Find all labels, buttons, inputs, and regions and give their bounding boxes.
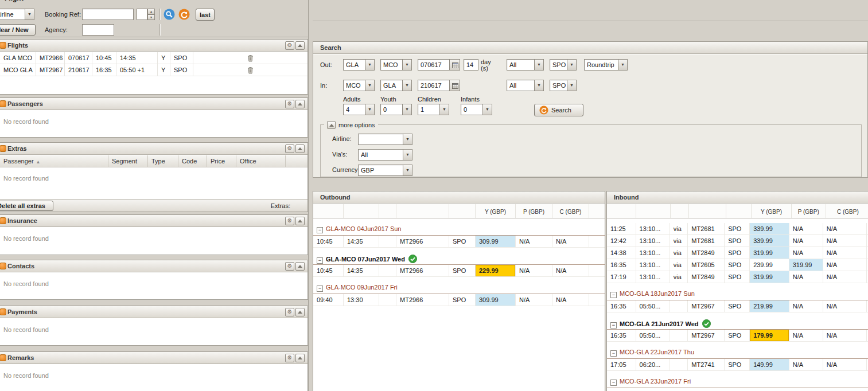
- currency-combo[interactable]: GBP ▼: [358, 165, 412, 176]
- in-origin-combo[interactable]: MCO ▼: [343, 80, 375, 91]
- extras-column-header-cell[interactable]: Office: [236, 155, 286, 167]
- result-row[interactable]: 11:2513:10...viaMT2681SPO339.99N/AN/A: [607, 223, 868, 235]
- fare-cell[interactable]: N/A: [516, 236, 552, 247]
- chevron-down-icon[interactable]: ▼: [403, 150, 412, 160]
- last-booking-button[interactable]: last: [196, 9, 215, 21]
- chevron-down-icon[interactable]: ▼: [402, 60, 411, 70]
- fare-cell[interactable]: 239.99: [750, 259, 789, 271]
- search-button[interactable]: Search: [534, 104, 583, 116]
- collapse-box-icon[interactable]: −: [317, 286, 323, 292]
- chevron-down-icon[interactable]: ▼: [618, 60, 627, 70]
- in-date-calendar-button[interactable]: [450, 80, 460, 91]
- collapse-box-icon[interactable]: −: [317, 227, 323, 233]
- panel-settings-button[interactable]: ⚙: [285, 354, 294, 362]
- fare-cell[interactable]: 319.99: [789, 259, 823, 271]
- collapse-box-icon[interactable]: −: [610, 380, 617, 386]
- out-filter-combo[interactable]: All ▼: [507, 59, 544, 71]
- airline-combo[interactable]: ▼: [358, 134, 412, 145]
- group-header[interactable]: −GLA-MCO 04Jun2017 Sun: [313, 223, 605, 236]
- result-row[interactable]: 16:3505:50...MT2967SPO179.99N/AN/A: [607, 330, 868, 342]
- group-header[interactable]: −MCO-GLA 18Jun2017 Sun: [607, 288, 868, 300]
- extras-column-header-cell[interactable]: Passenger▲: [0, 155, 108, 167]
- vias-combo[interactable]: All ▼: [358, 149, 412, 161]
- youth-combo[interactable]: 0 ▼: [380, 104, 412, 115]
- fare-cell[interactable]: 149.99: [750, 359, 789, 370]
- fare-cell[interactable]: 309.99: [476, 294, 516, 306]
- fare-cell[interactable]: 319.99: [750, 271, 789, 283]
- out-origin-combo[interactable]: GLA ▼: [343, 59, 375, 71]
- infants-combo[interactable]: 0 ▼: [461, 104, 492, 115]
- out-date-calendar-button[interactable]: [450, 59, 460, 71]
- stepper-down-button[interactable]: ▼: [147, 14, 155, 20]
- fare-cell[interactable]: N/A: [823, 247, 867, 259]
- adults-combo[interactable]: 4 ▼: [343, 104, 375, 115]
- fare-cell[interactable]: N/A: [823, 271, 867, 283]
- fare-cell[interactable]: N/A: [789, 247, 823, 259]
- fare-cell[interactable]: N/A: [823, 359, 867, 370]
- delete-flight-button[interactable]: [193, 64, 308, 76]
- find-booking-button[interactable]: [164, 9, 175, 20]
- fare-cell[interactable]: 339.99: [750, 223, 789, 234]
- out-destination-combo[interactable]: MCO ▼: [380, 59, 412, 71]
- fare-cell[interactable]: 219.99: [750, 300, 789, 312]
- extras-column-header-cell[interactable]: Segment: [108, 155, 148, 167]
- fare-cell[interactable]: N/A: [823, 330, 867, 341]
- agency-input[interactable]: [82, 24, 114, 36]
- fare-cell[interactable]: N/A: [552, 265, 589, 276]
- result-row[interactable]: 10:4514:35MT2966SPO309.99N/AN/A: [313, 236, 605, 248]
- extras-column-header-cell[interactable]: Price: [207, 155, 236, 167]
- ref-number-stepper[interactable]: ▲ ▼: [137, 9, 155, 20]
- chevron-down-icon[interactable]: ▼: [402, 80, 411, 91]
- result-row[interactable]: 17:0506:20...MT2741SPO149.99N/AN/A: [607, 359, 868, 371]
- panel-collapse-button[interactable]: [295, 262, 305, 271]
- chevron-down-icon[interactable]: ▼: [365, 60, 374, 70]
- fare-cell[interactable]: 179.99: [750, 330, 789, 341]
- flight-row[interactable]: GLA MCOMT296607061710:4514:35YSPO: [0, 52, 308, 64]
- panel-collapse-button[interactable]: [295, 308, 305, 316]
- panel-settings-button[interactable]: ⚙: [285, 262, 294, 271]
- chevron-down-icon[interactable]: ▼: [534, 80, 543, 91]
- group-header[interactable]: −MCO-GLA 22Jun2017 Thu: [607, 346, 868, 359]
- result-row[interactable]: 14:3813:10...viaMT2849SPO319.99N/AN/A: [607, 247, 868, 259]
- result-row[interactable]: 12:4213:10...viaMT2681SPO339.99N/AN/A: [607, 235, 868, 247]
- chevron-down-icon[interactable]: ▼: [402, 104, 411, 115]
- group-header[interactable]: −GLA-MCO 07Jun2017 Wed: [313, 252, 605, 265]
- in-class-combo[interactable]: SPO ▼: [550, 80, 577, 91]
- collapse-box-icon[interactable]: −: [317, 257, 323, 264]
- fare-cell[interactable]: N/A: [789, 330, 823, 341]
- fare-cell[interactable]: N/A: [516, 294, 552, 306]
- panel-settings-button[interactable]: ⚙: [285, 308, 294, 316]
- chevron-down-icon[interactable]: ▼: [365, 80, 374, 91]
- chevron-down-icon[interactable]: ▼: [482, 104, 492, 115]
- fare-cell[interactable]: 229.99: [476, 265, 516, 276]
- group-header[interactable]: −MCO-GLA 23Jun2017 Fri: [607, 376, 868, 388]
- days-input[interactable]: [464, 59, 478, 71]
- chevron-down-icon[interactable]: ▼: [403, 165, 412, 175]
- in-date-input[interactable]: [418, 80, 450, 91]
- stepper-up-button[interactable]: ▲: [147, 9, 155, 14]
- chevron-down-icon[interactable]: ▼: [25, 9, 34, 19]
- clear-new-button[interactable]: Clear / New: [0, 24, 36, 36]
- ref-number-input[interactable]: [137, 9, 147, 20]
- collapse-box-icon[interactable]: −: [610, 322, 617, 329]
- result-row[interactable]: 09:4013:30MT2966SPO309.99N/AN/A: [313, 294, 605, 306]
- result-row[interactable]: 16:3513:10...viaMT2605SPO239.99319.99N/A: [607, 259, 868, 271]
- panel-collapse-button[interactable]: [295, 100, 305, 108]
- extras-column-header-cell[interactable]: Type: [148, 155, 178, 167]
- panel-settings-button[interactable]: ⚙: [285, 100, 294, 108]
- refresh-booking-button[interactable]: [178, 9, 190, 20]
- result-row[interactable]: 10:4514:35MT2966SPO229.99N/AN/A: [313, 265, 605, 277]
- panel-collapse-button[interactable]: [295, 354, 305, 362]
- fare-cell[interactable]: N/A: [823, 223, 867, 234]
- out-date-input[interactable]: [418, 59, 450, 71]
- panel-settings-button[interactable]: ⚙: [285, 217, 294, 225]
- panel-settings-button[interactable]: ⚙: [285, 144, 294, 153]
- collapse-box-icon[interactable]: −: [610, 292, 617, 298]
- in-filter-combo[interactable]: All ▼: [507, 80, 544, 91]
- panel-collapse-button[interactable]: [295, 217, 305, 225]
- fare-cell[interactable]: N/A: [823, 259, 867, 271]
- panel-collapse-button[interactable]: [295, 144, 305, 153]
- group-header[interactable]: −GLA-MCO 09Jun2017 Fri: [313, 281, 605, 294]
- chevron-down-icon[interactable]: ▼: [567, 80, 576, 91]
- group-header[interactable]: −MCO-GLA 21Jun2017 Wed: [607, 317, 868, 330]
